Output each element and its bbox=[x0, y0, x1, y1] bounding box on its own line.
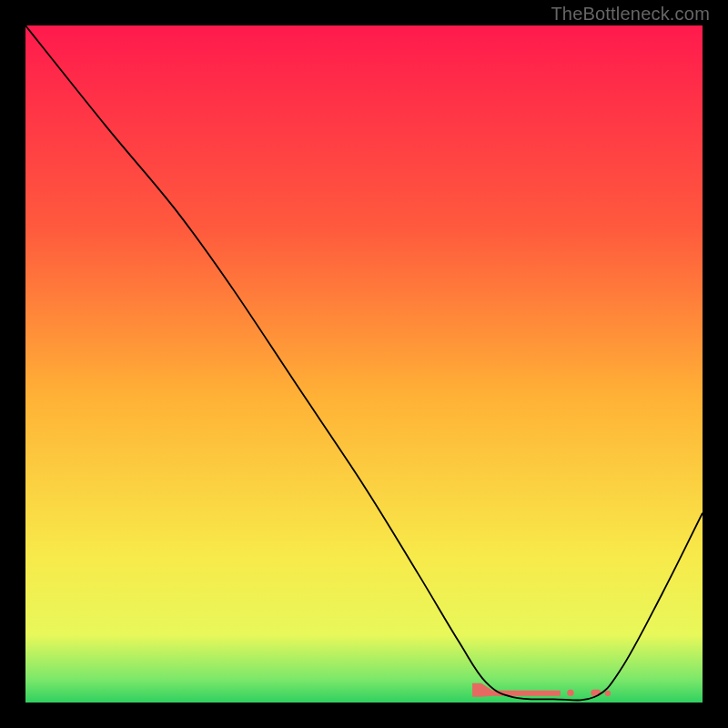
svg-rect-0 bbox=[567, 690, 573, 696]
svg-point-2 bbox=[605, 691, 611, 696]
bottleneck-chart bbox=[25, 25, 703, 703]
watermark-text: TheBottleneck.com bbox=[551, 4, 710, 25]
chart-svg bbox=[25, 25, 703, 703]
chart-background bbox=[25, 25, 703, 703]
